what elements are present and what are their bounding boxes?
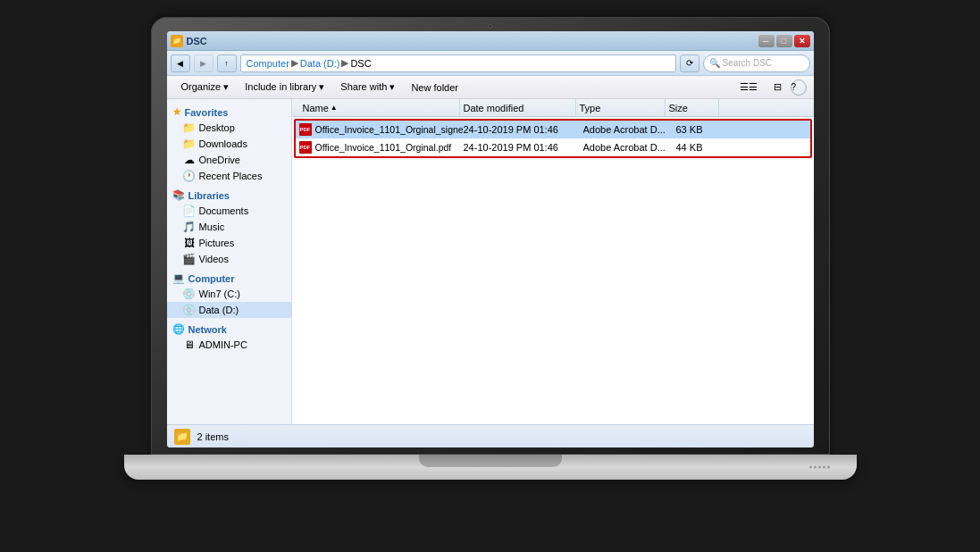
sidebar-item-music[interactable]: 🎵 Music xyxy=(167,219,291,235)
new-folder-button[interactable]: New folder xyxy=(404,78,465,97)
path-sep-2: ▶ xyxy=(341,57,348,69)
star-icon: ★ xyxy=(172,106,181,118)
address-path[interactable]: Computer ▶ Data (D:) ▶ DSC xyxy=(240,54,676,72)
file-date-cell: 24-10-2019 PM 01:46 xyxy=(464,142,583,153)
column-name[interactable]: Name ▲ xyxy=(299,99,460,116)
toolbar-right: ☰☰ ⊟ ? xyxy=(733,78,807,97)
file-size: 63 KB xyxy=(676,124,703,135)
organize-button[interactable]: Organize ▾ xyxy=(174,78,237,97)
views-button[interactable]: ☰☰ xyxy=(733,78,765,97)
file-date-cell: 24-10-2019 PM 01:46 xyxy=(464,124,583,135)
sidebar: ★ Favorites 📁 Desktop 📁 Downloads ☁ xyxy=(167,99,292,424)
music-label: Music xyxy=(199,222,225,232)
sidebar-item-downloads[interactable]: 📁 Downloads xyxy=(167,136,291,152)
search-icon: 🔍 xyxy=(709,58,720,68)
sidebar-item-videos[interactable]: 🎬 Videos xyxy=(167,251,291,267)
path-sep-1: ▶ xyxy=(291,57,298,69)
file-type: Adobe Acrobat D... xyxy=(583,142,666,153)
items-count: 2 items xyxy=(197,431,229,442)
window-title: DSC xyxy=(187,36,207,46)
speaker xyxy=(809,466,830,469)
file-date: 24-10-2019 PM 01:46 xyxy=(464,124,558,135)
column-type[interactable]: Type xyxy=(576,99,666,116)
laptop-base xyxy=(124,455,857,480)
sidebar-item-pictures[interactable]: 🖼 Pictures xyxy=(167,235,291,251)
cloud-icon: ☁ xyxy=(183,154,196,166)
file-list: Name ▲ Date modified Type Size xyxy=(292,99,814,424)
file-type-cell: Adobe Acrobat D... xyxy=(583,124,676,135)
file-name-cell: PDF Office_Invoice_1101_Orginal_signed.p… xyxy=(299,123,464,136)
table-row[interactable]: PDF Office_Invoice_1101_Orginal.pdf 24-1… xyxy=(296,138,810,156)
status-bar: 📁 2 items xyxy=(167,424,814,447)
laptop-frame: 📁 DSC ─ □ ✕ ◀ ▶ ↑ Comput xyxy=(124,17,857,535)
downloads-label: Downloads xyxy=(199,138,247,149)
sidebar-item-desktop[interactable]: 📁 Desktop xyxy=(167,120,291,136)
clock-icon: 🕐 xyxy=(183,170,196,182)
refresh-button[interactable]: ⟳ xyxy=(680,54,699,72)
documents-label: Documents xyxy=(199,205,249,216)
sidebar-item-adminpc[interactable]: 🖥 ADMIN-PC xyxy=(167,337,291,353)
computer-icon: 💻 xyxy=(172,272,185,284)
back-button[interactable]: ◀ xyxy=(171,54,190,72)
network-icon: 🌐 xyxy=(172,323,185,335)
recent-label: Recent Places xyxy=(199,171,263,181)
favorites-section[interactable]: ★ Favorites xyxy=(167,105,291,120)
search-box[interactable]: 🔍 Search DSC xyxy=(703,54,810,72)
help-button[interactable]: ? xyxy=(791,79,807,96)
file-name: Office_Invoice_1101_Orginal.pdf xyxy=(315,142,452,153)
folder-icon: 📄 xyxy=(183,205,196,217)
include-library-button[interactable]: Include in library ▾ xyxy=(238,78,331,97)
file-size: 44 KB xyxy=(676,142,703,153)
windows-explorer: 📁 DSC ─ □ ✕ ◀ ▶ ↑ Comput xyxy=(167,31,814,447)
up-button[interactable]: ↑ xyxy=(217,54,237,72)
file-size-cell: 63 KB xyxy=(676,124,733,135)
file-size-cell: 44 KB xyxy=(676,142,733,153)
pdf-icon: PDF xyxy=(299,123,312,136)
libraries-section[interactable]: 📚 Libraries xyxy=(167,188,291,203)
videos-label: Videos xyxy=(199,254,229,264)
sidebar-item-data[interactable]: 💿 Data (D:) xyxy=(167,302,291,318)
close-button[interactable]: ✕ xyxy=(794,35,810,47)
screen: 📁 DSC ─ □ ✕ ◀ ▶ ↑ Comput xyxy=(167,31,814,447)
win7-label: Win7 (C:) xyxy=(199,289,240,299)
sidebar-item-onedrive[interactable]: ☁ OneDrive xyxy=(167,152,291,168)
file-name-cell: PDF Office_Invoice_1101_Orginal.pdf xyxy=(299,141,464,154)
sidebar-item-win7[interactable]: 💿 Win7 (C:) xyxy=(167,286,291,302)
sidebar-item-documents[interactable]: 📄 Documents xyxy=(167,203,291,219)
sort-arrow: ▲ xyxy=(331,104,338,112)
file-date: 24-10-2019 PM 01:46 xyxy=(464,142,558,153)
files-highlight-box: PDF Office_Invoice_1101_Orginal_signed.p… xyxy=(294,119,812,158)
title-bar-left: 📁 DSC xyxy=(171,35,207,47)
folder-icon: 📁 xyxy=(183,138,196,150)
maximize-button[interactable]: □ xyxy=(776,35,792,47)
folder-title-icon: 📁 xyxy=(171,35,183,47)
libraries-label: Libraries xyxy=(188,190,230,201)
computer-label: Computer xyxy=(188,273,235,284)
path-part-dsc: DSC xyxy=(350,58,371,69)
address-bar: ◀ ▶ ↑ Computer ▶ Data (D:) ▶ DSC ⟳ 🔍 Sea… xyxy=(167,51,814,76)
network-label: Network xyxy=(188,324,227,335)
path-part-computer: Computer xyxy=(247,58,289,69)
title-bar: 📁 DSC ─ □ ✕ xyxy=(167,31,814,51)
forward-button[interactable]: ▶ xyxy=(194,54,214,72)
screen-bezel: 📁 DSC ─ □ ✕ ◀ ▶ ↑ Comput xyxy=(151,17,830,455)
music-icon: 🎵 xyxy=(183,221,196,233)
column-date[interactable]: Date modified xyxy=(460,99,576,116)
adminpc-label: ADMIN-PC xyxy=(199,339,247,350)
table-row[interactable]: PDF Office_Invoice_1101_Orginal_signed.p… xyxy=(296,121,810,138)
network-section[interactable]: 🌐 Network xyxy=(167,322,291,337)
camera-icon xyxy=(488,24,492,29)
sidebar-item-recent[interactable]: 🕐 Recent Places xyxy=(167,168,291,184)
minimize-button[interactable]: ─ xyxy=(758,35,775,47)
file-list-header: Name ▲ Date modified Type Size xyxy=(292,99,814,117)
share-button[interactable]: Share with ▾ xyxy=(333,78,402,97)
window-controls[interactable]: ─ □ ✕ xyxy=(758,35,810,47)
computer-section[interactable]: 💻 Computer xyxy=(167,271,291,286)
file-type: Adobe Acrobat D... xyxy=(583,124,666,135)
drive-icon: 💿 xyxy=(183,304,196,316)
column-size[interactable]: Size xyxy=(666,99,719,116)
onedrive-label: OneDrive xyxy=(199,155,240,165)
data-label: Data (D:) xyxy=(199,305,239,315)
pdf-icon: PDF xyxy=(299,141,312,154)
details-view-button[interactable]: ⊟ xyxy=(766,78,789,97)
